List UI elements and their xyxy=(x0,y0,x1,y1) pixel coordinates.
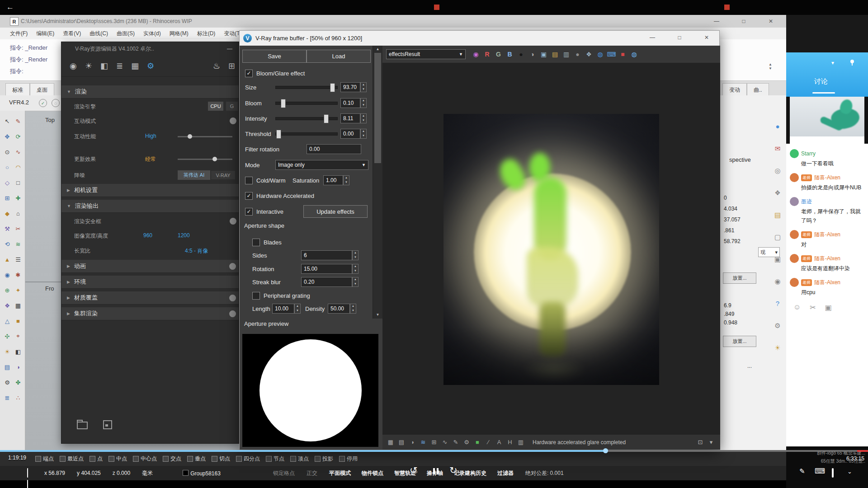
camera-tab-icon[interactable]: ◉ xyxy=(774,277,780,300)
length-spinner[interactable]: ▲▼ xyxy=(294,304,301,314)
chevron-down-icon[interactable]: ▾ xyxy=(831,60,834,66)
osnap-checkbox[interactable] xyxy=(163,456,169,462)
minimize-button[interactable]: — xyxy=(646,34,659,41)
copy-image-icon[interactable]: ▥ xyxy=(561,51,572,58)
username[interactable]: Starry xyxy=(801,150,816,157)
aspect-ratio-value[interactable]: 4:5 - 肖像 xyxy=(185,247,208,255)
osnap-item[interactable]: 停用 xyxy=(339,455,358,463)
panel-scrollbar[interactable]: ▲ ▼ xyxy=(373,46,382,319)
toolbar-tab[interactable]: 曲.. xyxy=(747,83,769,97)
emoji-icon[interactable]: ☺ xyxy=(793,303,801,312)
point-icon[interactable]: ⊙ xyxy=(2,144,13,160)
length-value[interactable]: 10.00 xyxy=(272,304,294,314)
gumball-icon[interactable]: ⌖ xyxy=(13,328,24,344)
viewport-top-label[interactable]: Top xyxy=(45,117,55,123)
username[interactable]: 随喜-Alxen xyxy=(814,255,840,262)
properties-tab-icon[interactable]: ● xyxy=(775,122,779,145)
materials-icon[interactable]: ◉ xyxy=(70,61,77,71)
osnap-item[interactable]: 中心点 xyxy=(133,455,157,463)
osnap-checkbox[interactable] xyxy=(187,456,193,462)
sun-tab-icon[interactable]: ☀ xyxy=(774,344,780,366)
place-button[interactable]: 放置... xyxy=(723,336,756,347)
viewport-icon[interactable]: ◧ xyxy=(13,344,24,359)
collapse-icon[interactable]: ▾ xyxy=(706,439,717,446)
sphere-preview-icon[interactable]: ● xyxy=(572,51,583,58)
fullscreen-icon[interactable] xyxy=(832,469,834,477)
layers-icon[interactable]: ≣ xyxy=(116,61,123,71)
mode-dropdown[interactable]: Image only▼ xyxy=(275,160,368,170)
vray-editor-title[interactable]: V-Ray资源编辑器 V4.1002 卓尔.. — xyxy=(61,42,239,56)
safe-frame-toggle[interactable] xyxy=(230,218,236,225)
osnap-item[interactable]: 垂点 xyxy=(187,455,206,463)
bars-icon[interactable]: ▥ xyxy=(515,439,526,446)
peripheral-grating-checkbox[interactable] xyxy=(252,292,260,300)
chat-list[interactable]: Starry 做一下看看哦 老师随喜-Alxen 拍摄的龙是向或犀牛NUB 墨迹… xyxy=(786,144,868,446)
osnap-item[interactable]: 中点 xyxy=(108,455,127,463)
more-options-icon[interactable]: ⌄ xyxy=(847,468,852,475)
settings-tab-icon[interactable]: ⚙ xyxy=(774,322,780,344)
username[interactable]: 墨迹 xyxy=(801,198,812,205)
threshold-spinner[interactable]: ▲▼ xyxy=(360,129,367,139)
channel-dropdown[interactable]: effectsResult▼ xyxy=(386,49,466,59)
stop-render-icon[interactable]: ■ xyxy=(617,51,628,58)
animation-toggle[interactable] xyxy=(229,263,236,270)
sides-spinner[interactable]: ▲▼ xyxy=(352,250,359,260)
username[interactable]: 随喜-Alxen xyxy=(814,279,840,286)
cold-warm-checkbox[interactable] xyxy=(245,177,253,184)
close-button[interactable]: ✕ xyxy=(764,18,778,24)
load-button[interactable]: Load xyxy=(307,50,371,63)
maximize-button[interactable]: □ xyxy=(673,34,686,41)
cluster-toggle[interactable] xyxy=(229,310,236,317)
scrollbar-thumb[interactable] xyxy=(374,53,381,163)
bloom-glare-checkbox[interactable]: ✓ xyxy=(245,70,253,77)
sides-value[interactable]: 6 xyxy=(301,250,352,260)
avatar[interactable] xyxy=(790,230,799,239)
triangle-icon[interactable]: △ xyxy=(2,313,13,328)
render-modes-icon[interactable]: ⊞ xyxy=(228,61,235,71)
color-corrections-icon[interactable]: ◉ xyxy=(470,51,481,58)
keyboard-icon[interactable]: ⌨ xyxy=(815,467,825,475)
size-value[interactable]: 93.70 xyxy=(340,82,360,92)
help-tab-icon[interactable]: ? xyxy=(776,300,779,322)
back-button[interactable]: ← xyxy=(6,3,14,12)
layers-icon[interactable]: ☰ xyxy=(13,252,24,267)
osnap-checkbox[interactable] xyxy=(236,456,242,462)
pin-icon[interactable] xyxy=(850,60,854,63)
grid-view-icon[interactable]: ▦ xyxy=(385,439,396,446)
circle-icon[interactable]: ○ xyxy=(2,160,13,175)
section-animation[interactable]: ▶动画 xyxy=(61,260,239,273)
move-icon[interactable]: ✥ xyxy=(2,129,13,144)
toolbar-tab[interactable]: 桌面 xyxy=(30,83,54,97)
gear-icon[interactable]: ⚙ xyxy=(461,439,472,446)
blades-checkbox[interactable] xyxy=(252,239,260,246)
alpha-channel-icon[interactable]: ◑ xyxy=(527,51,538,58)
section-render[interactable]: ▼渲染 xyxy=(61,85,239,99)
globe-icon[interactable]: ◍ xyxy=(594,51,606,58)
rectangle-icon[interactable]: □ xyxy=(13,175,24,190)
units-label[interactable]: 毫米 xyxy=(142,469,153,477)
osnap-item[interactable]: 点 xyxy=(90,455,103,463)
saturation-value[interactable]: 1.00 xyxy=(323,175,343,185)
avatar[interactable] xyxy=(790,254,799,263)
image-view-icon[interactable]: ▤ xyxy=(396,439,407,446)
edit-pencil-icon[interactable]: ✎ xyxy=(799,467,805,475)
interactive-checkbox[interactable]: ✓ xyxy=(245,208,253,216)
bloom-spinner[interactable]: ▲▼ xyxy=(360,98,367,108)
update-slider[interactable] xyxy=(178,159,232,160)
save-icon[interactable] xyxy=(103,420,112,429)
intensity-spinner[interactable]: ▲▼ xyxy=(360,113,367,123)
render-teapot-icon[interactable]: ♨ xyxy=(213,61,220,71)
target-tab-icon[interactable]: ◎ xyxy=(774,167,780,189)
vray-sphere-icon[interactable]: ◌ xyxy=(52,99,60,107)
intensity-value[interactable]: 8.11 xyxy=(340,113,360,123)
material-override-toggle[interactable] xyxy=(229,295,236,301)
display-mode-icon[interactable]: ◑ xyxy=(13,359,24,375)
levels-icon[interactable]: ≋ xyxy=(418,439,429,446)
osnap-checkbox[interactable] xyxy=(266,456,272,462)
text-a-icon[interactable]: A xyxy=(494,439,505,446)
osnap-item[interactable]: 顶点 xyxy=(290,455,309,463)
section-cluster-render[interactable]: ▶集群渲染 xyxy=(61,307,239,320)
arc-icon[interactable]: ◠ xyxy=(13,160,24,175)
blue-channel-icon[interactable]: B xyxy=(504,51,515,58)
explode-icon[interactable]: ✱ xyxy=(13,267,24,282)
